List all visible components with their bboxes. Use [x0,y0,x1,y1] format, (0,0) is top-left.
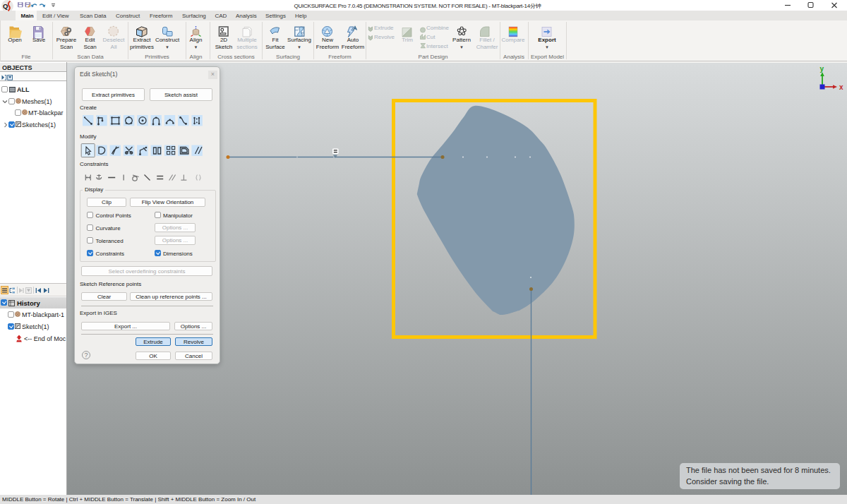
svg-text:y: y [820,65,824,73]
svg-text:x: x [839,83,843,91]
